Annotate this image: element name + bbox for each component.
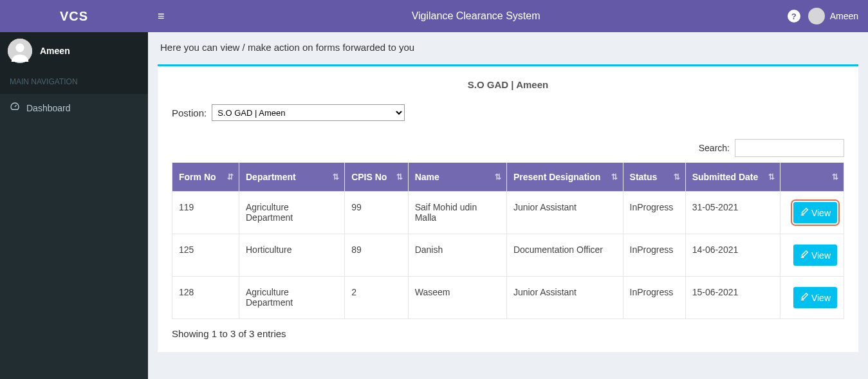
cell-cpis-no: 2 xyxy=(345,277,409,319)
edit-icon xyxy=(800,250,809,261)
sidebar-item-dashboard[interactable]: Dashboard xyxy=(0,94,148,122)
brand-logo[interactable]: VCS xyxy=(0,0,148,32)
svg-point-1 xyxy=(15,44,24,52)
sidebar-user-panel: Ameen xyxy=(0,32,148,69)
position-select[interactable]: S.O GAD | Ameen xyxy=(212,104,405,121)
cell-designation: Documentation Officer xyxy=(506,234,623,277)
main-area: ≡ Vigilance Clearance System ? Ameen Her… xyxy=(148,0,868,379)
sidebar-user-name: Ameen xyxy=(40,46,70,56)
cell-department: Horticulture xyxy=(239,234,344,277)
sort-icon: ⇅ xyxy=(333,172,339,181)
table-row: 125 Horticulture 89 Danish Documentation… xyxy=(172,234,844,277)
view-button[interactable]: View xyxy=(793,287,837,308)
cell-name: Waseem xyxy=(408,277,506,319)
avatar xyxy=(8,39,32,63)
search-label: Search: xyxy=(699,143,730,153)
sort-icon: ⇅ xyxy=(611,172,618,181)
col-form-no[interactable]: Form No⇵ xyxy=(172,163,239,192)
cell-status: InProgress xyxy=(623,192,685,234)
sort-icon: ⇵ xyxy=(227,172,234,181)
cell-actions: View xyxy=(780,192,844,234)
col-submitted-date[interactable]: Submitted Date⇅ xyxy=(685,163,780,192)
table-row: 128 Agriculture Department 2 Waseem Juni… xyxy=(172,277,844,319)
app-title: Vigilance Clearance System xyxy=(172,10,780,22)
cell-submitted-date: 14-06-2021 xyxy=(685,234,780,277)
cell-form-no: 128 xyxy=(172,277,239,319)
table-info: Showing 1 to 3 of 3 entries xyxy=(172,328,844,339)
cell-status: InProgress xyxy=(623,234,685,277)
cell-name: Danish xyxy=(408,234,506,277)
sidebar-item-label: Dashboard xyxy=(26,103,71,113)
hamburger-icon[interactable]: ≡ xyxy=(158,10,165,23)
col-designation[interactable]: Present Designation⇅ xyxy=(506,163,623,192)
cell-actions: View xyxy=(780,277,844,319)
col-name[interactable]: Name⇅ xyxy=(408,163,506,192)
card: S.O GAD | Ameen Postion: S.O GAD | Ameen… xyxy=(158,64,858,352)
sort-icon: ⇅ xyxy=(832,172,838,181)
cell-submitted-date: 15-06-2021 xyxy=(685,277,780,319)
avatar-icon xyxy=(808,8,825,24)
cell-submitted-date: 31-05-2021 xyxy=(685,192,780,234)
content: Here you can view / make action on forms… xyxy=(148,32,868,379)
cell-department: Agriculture Department xyxy=(239,277,344,319)
cell-name: Saif Mohid udin Malla xyxy=(408,192,506,234)
view-button[interactable]: View xyxy=(793,202,837,223)
page-description: Here you can view / make action on forms… xyxy=(158,42,858,53)
topbar: ≡ Vigilance Clearance System ? Ameen xyxy=(148,0,868,32)
topbar-user-name: Ameen xyxy=(830,11,858,21)
col-actions[interactable]: ⇅ xyxy=(780,163,844,192)
topbar-user[interactable]: Ameen xyxy=(808,8,858,24)
position-label: Postion: xyxy=(172,107,207,118)
help-icon[interactable]: ? xyxy=(788,10,800,23)
col-cpis-no[interactable]: CPIS No⇅ xyxy=(345,163,409,192)
col-department[interactable]: Department⇅ xyxy=(239,163,344,192)
sort-icon: ⇅ xyxy=(396,172,403,181)
nav-header: MAIN NAVIGATION xyxy=(0,69,148,94)
search-input[interactable] xyxy=(735,139,844,157)
forms-table: Form No⇵ Department⇅ CPIS No⇅ Name⇅ Pres… xyxy=(172,162,844,319)
sort-icon: ⇅ xyxy=(495,172,501,181)
cell-cpis-no: 89 xyxy=(345,234,409,277)
cell-status: InProgress xyxy=(623,277,685,319)
cell-designation: Junior Assistant xyxy=(506,277,623,319)
cell-form-no: 125 xyxy=(172,234,239,277)
edit-icon xyxy=(800,292,809,303)
cell-cpis-no: 99 xyxy=(345,192,409,234)
table-row: 119 Agriculture Department 99 Saif Mohid… xyxy=(172,192,844,234)
dashboard-icon xyxy=(10,102,20,114)
edit-icon xyxy=(800,207,809,218)
col-status[interactable]: Status⇅ xyxy=(623,163,685,192)
cell-department: Agriculture Department xyxy=(239,192,344,234)
sort-icon: ⇅ xyxy=(768,172,775,181)
search-row: Search: xyxy=(172,139,844,157)
cell-actions: View xyxy=(780,234,844,277)
view-button[interactable]: View xyxy=(793,245,837,266)
cell-designation: Junior Assistant xyxy=(506,192,623,234)
position-row: Postion: S.O GAD | Ameen xyxy=(172,104,844,121)
card-title: S.O GAD | Ameen xyxy=(172,79,844,90)
cell-form-no: 119 xyxy=(172,192,239,234)
sort-icon: ⇅ xyxy=(674,172,680,181)
sidebar: VCS Ameen MAIN NAVIGATION Dashboard xyxy=(0,0,148,379)
